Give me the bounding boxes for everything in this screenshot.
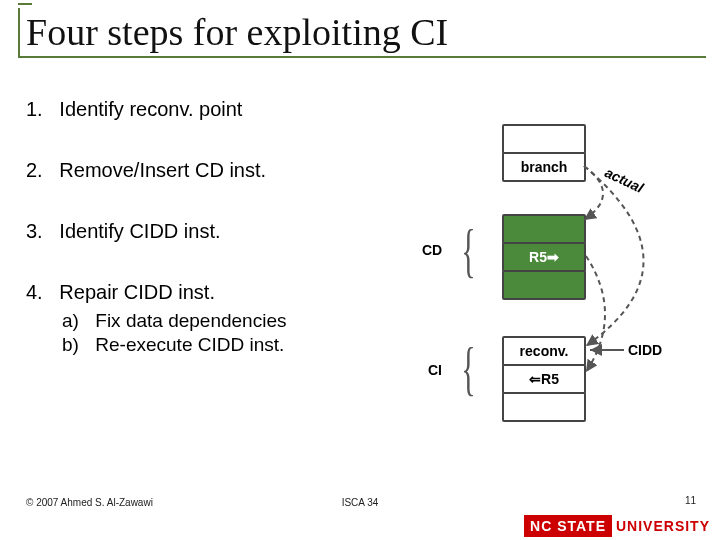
step-text: Remove/Insert CD inst. (59, 159, 266, 181)
box-cd-2: R5➡ (502, 242, 586, 272)
brace-ci-icon: { (461, 334, 475, 403)
steps-list: 1. Identify reconv. point 2. Remove/Inse… (26, 98, 286, 356)
box-r5-in: ⇐R5 (502, 364, 586, 394)
box-branch: branch (502, 152, 586, 182)
conference-label: ISCA 34 (342, 497, 379, 508)
step-text: Identify CIDD inst. (59, 220, 220, 242)
university-label: UNIVERSITY (612, 518, 720, 534)
sub-list: a) Fix data dependencies b) Re-execute C… (62, 310, 286, 356)
step-num: 1. (26, 98, 43, 120)
slide: Four steps for exploiting CI 1. Identify… (0, 0, 720, 540)
box-blank-top (502, 124, 586, 154)
step-3: 3. Identify CIDD inst. (26, 220, 286, 243)
step-num: 4. (26, 281, 43, 303)
sub-key: a) (62, 310, 90, 332)
page-title: Four steps for exploiting CI (26, 8, 706, 56)
step-num: 3. (26, 220, 43, 242)
step-text: Identify reconv. point (59, 98, 242, 120)
title-bar: Four steps for exploiting CI (18, 8, 706, 58)
brace-cd-icon: { (461, 216, 475, 285)
box-cd-1 (502, 214, 586, 244)
pipeline-diagram: branch R5➡ reconv. ⇐R5 actual CD CI CIDD… (372, 124, 702, 424)
step-1: 1. Identify reconv. point (26, 98, 286, 121)
sub-key: b) (62, 334, 90, 356)
ci-label: CI (428, 362, 442, 378)
r5-in-label: ⇐R5 (529, 371, 559, 387)
r5-out-label: R5➡ (529, 249, 559, 265)
step-text: Repair CIDD inst. (59, 281, 215, 303)
sub-b: b) Re-execute CIDD inst. (62, 334, 286, 356)
step-num: 2. (26, 159, 43, 181)
sub-a: a) Fix data dependencies (62, 310, 286, 332)
sub-text: Fix data dependencies (95, 310, 286, 331)
sub-text: Re-execute CIDD inst. (95, 334, 284, 355)
actual-label: actual (603, 164, 646, 196)
box-reconv: reconv. (502, 336, 586, 366)
cidd-label: CIDD (628, 342, 662, 358)
ncstate-box: NC STATE (524, 515, 612, 537)
box-blank-bottom (502, 392, 586, 422)
box-cd-3 (502, 270, 586, 300)
ncstate-brand: NC STATEUNIVERSITY (524, 518, 720, 534)
step-2: 2. Remove/Insert CD inst. (26, 159, 286, 182)
copyright: © 2007 Ahmed S. Al-Zawawi (26, 497, 153, 508)
step-4: 4. Repair CIDD inst. (26, 281, 286, 304)
cd-label: CD (422, 242, 442, 258)
page-number: 11 (685, 495, 696, 506)
